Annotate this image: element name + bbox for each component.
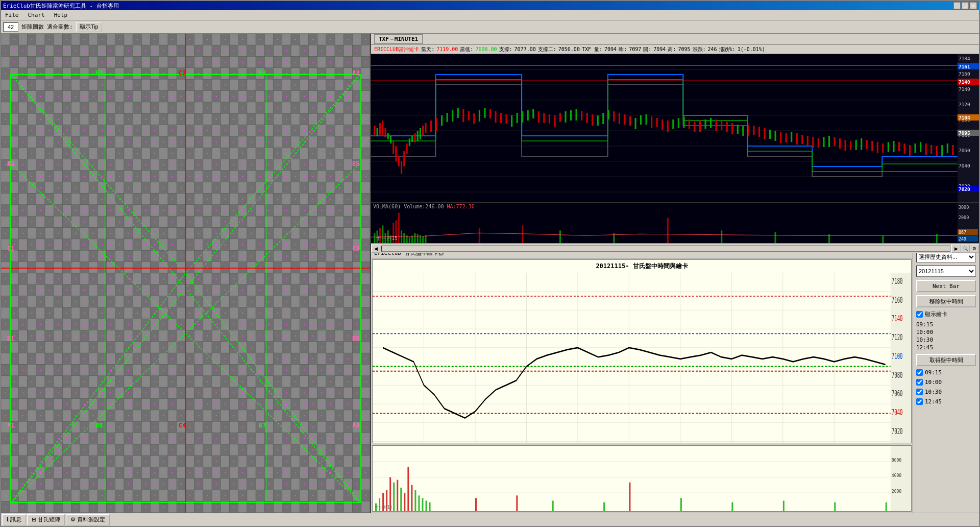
svg-rect-107 bbox=[834, 137, 835, 146]
svg-rect-237 bbox=[411, 485, 412, 511]
svg-rect-176 bbox=[721, 230, 722, 243]
session-checkbox-0: 09:15 bbox=[916, 369, 976, 376]
svg-rect-108 bbox=[839, 138, 841, 149]
svg-rect-71 bbox=[640, 115, 642, 125]
svg-rect-166 bbox=[414, 233, 415, 243]
session-checkbox-3: 12:45 bbox=[916, 398, 976, 405]
svg-rect-81 bbox=[694, 122, 695, 132]
svg-rect-82 bbox=[699, 121, 701, 132]
session-check-1030[interactable] bbox=[916, 389, 923, 395]
rows-label: 矩陣圖數 bbox=[21, 23, 44, 31]
svg-rect-88 bbox=[731, 123, 733, 134]
svg-rect-38 bbox=[462, 109, 464, 122]
session-check-1000[interactable] bbox=[916, 379, 923, 386]
svg-rect-70 bbox=[634, 118, 636, 129]
gann-chart-area: ErieClub 甘氏盤中繪卡器 20121115- 甘氏盤中時間與繪卡 bbox=[371, 248, 913, 513]
chart-top: TXF－MINUTE1 ERICCLUB當沖短卡 當天: 7119.00 當低:… bbox=[371, 34, 979, 248]
svg-text:7100: 7100 bbox=[892, 351, 903, 361]
menu-help[interactable]: Help bbox=[52, 11, 70, 19]
svg-rect-35 bbox=[447, 113, 448, 122]
svg-rect-125 bbox=[930, 145, 932, 154]
svg-rect-120 bbox=[903, 143, 905, 154]
svg-rect-72 bbox=[646, 114, 647, 125]
session-check-0915[interactable] bbox=[916, 369, 923, 376]
tab-data-settings[interactable]: ⚙ 資料源設定 bbox=[66, 514, 110, 525]
tab-gann-matrix[interactable]: ⊞ 甘氏矩陣 bbox=[27, 514, 65, 525]
svg-rect-101 bbox=[801, 135, 803, 144]
label-B4: B4 bbox=[259, 69, 266, 77]
txf-value: 7094 bbox=[604, 46, 617, 52]
show-card-label: 顯示繪卡 bbox=[925, 310, 947, 318]
svg-rect-113 bbox=[866, 140, 868, 149]
svg-rect-91 bbox=[748, 125, 749, 136]
svg-text:7161: 7161 bbox=[959, 64, 970, 69]
next-bar-button[interactable]: Next Bar bbox=[916, 280, 976, 292]
zoom-button[interactable]: 🔍 bbox=[961, 245, 970, 253]
tab-message[interactable]: ℹ 訊息 bbox=[2, 514, 26, 525]
high2-label: 高: bbox=[668, 46, 676, 53]
svg-rect-124 bbox=[925, 143, 927, 155]
svg-rect-64 bbox=[602, 113, 604, 124]
settings-button[interactable]: ⚙ bbox=[970, 245, 979, 253]
scroll-right-button[interactable]: ▶ bbox=[951, 245, 961, 253]
svg-rect-73 bbox=[651, 116, 652, 128]
svg-text:7160: 7160 bbox=[959, 71, 970, 77]
menu-chart[interactable]: Chart bbox=[26, 11, 47, 19]
svg-rect-97 bbox=[780, 132, 781, 143]
session-check-1245[interactable] bbox=[916, 398, 923, 405]
show-tip-button[interactable]: 顯示Tip bbox=[76, 22, 102, 32]
menu-file[interactable]: File bbox=[3, 11, 21, 19]
show-card-checkbox[interactable] bbox=[916, 311, 923, 318]
volume-area: VOLMA(60) Volume:246.00 MA:772.30 bbox=[371, 202, 979, 243]
svg-rect-169 bbox=[422, 236, 424, 243]
svg-rect-15 bbox=[382, 121, 383, 136]
svg-rect-106 bbox=[828, 136, 830, 147]
svg-text:7140: 7140 bbox=[959, 86, 970, 92]
svg-text:867: 867 bbox=[959, 230, 966, 235]
minimize-button[interactable]: _ bbox=[953, 2, 961, 9]
svg-rect-171 bbox=[479, 228, 480, 243]
svg-rect-90 bbox=[742, 126, 744, 136]
gann-main-chart: 20121115- 甘氏盤中時間與繪卡 bbox=[372, 259, 912, 443]
symbol-label: ERICCLUB當沖短卡 bbox=[374, 46, 419, 53]
support1-value: 7077.00 bbox=[514, 46, 536, 52]
svg-rect-60 bbox=[581, 111, 582, 121]
svg-rect-85 bbox=[716, 119, 717, 131]
app-window: ErieClub甘氏矩陣當沖研究工具 - 台指專用 _ □ ✕ File Cha… bbox=[0, 0, 980, 527]
svg-rect-164 bbox=[409, 237, 410, 243]
rows-input[interactable]: 42 bbox=[3, 22, 18, 32]
svg-text:7040: 7040 bbox=[892, 408, 903, 417]
svg-text:249: 249 bbox=[959, 236, 966, 242]
label-B3: B3 bbox=[95, 69, 103, 77]
session-label-1245: 12:45 bbox=[925, 398, 942, 405]
label-A1: A1 bbox=[7, 422, 14, 429]
remove-session-button[interactable]: 移除盤中時間 bbox=[916, 295, 976, 307]
svg-rect-87 bbox=[726, 122, 728, 132]
session-label-0915: 09:15 bbox=[925, 369, 942, 376]
support1-label: 支撐: bbox=[499, 46, 512, 53]
svg-rect-30 bbox=[422, 126, 424, 135]
get-session-button[interactable]: 取得盤中時間 bbox=[916, 354, 976, 366]
svg-rect-58 bbox=[570, 110, 572, 121]
label-C2: C2 bbox=[179, 69, 186, 77]
label-C1: C1 bbox=[7, 245, 14, 252]
svg-rect-23 bbox=[403, 151, 405, 166]
chart-tab[interactable]: TXF－MINUTE1 bbox=[374, 34, 423, 44]
high-label: 當天: bbox=[421, 46, 434, 53]
scroll-left-button[interactable]: ◀ bbox=[371, 245, 380, 253]
svg-text:7080: 7080 bbox=[892, 370, 903, 380]
svg-rect-26 bbox=[411, 136, 413, 142]
close-button[interactable]: ✕ bbox=[970, 2, 977, 9]
svg-rect-95 bbox=[769, 130, 771, 139]
maximize-button[interactable]: □ bbox=[962, 2, 969, 9]
svg-rect-151 bbox=[374, 233, 375, 243]
date-dropdown[interactable]: 20121115 bbox=[916, 266, 976, 277]
svg-rect-111 bbox=[855, 140, 857, 150]
open-value: 7094 bbox=[653, 46, 666, 52]
gann-volume-area: 十一月15 8000 4000 2000 bbox=[372, 445, 912, 512]
label-B6: B6 bbox=[352, 335, 359, 342]
svg-rect-21 bbox=[398, 156, 400, 166]
svg-rect-75 bbox=[662, 119, 663, 130]
svg-rect-223 bbox=[373, 446, 911, 511]
chart-scrollbar[interactable] bbox=[381, 246, 950, 252]
